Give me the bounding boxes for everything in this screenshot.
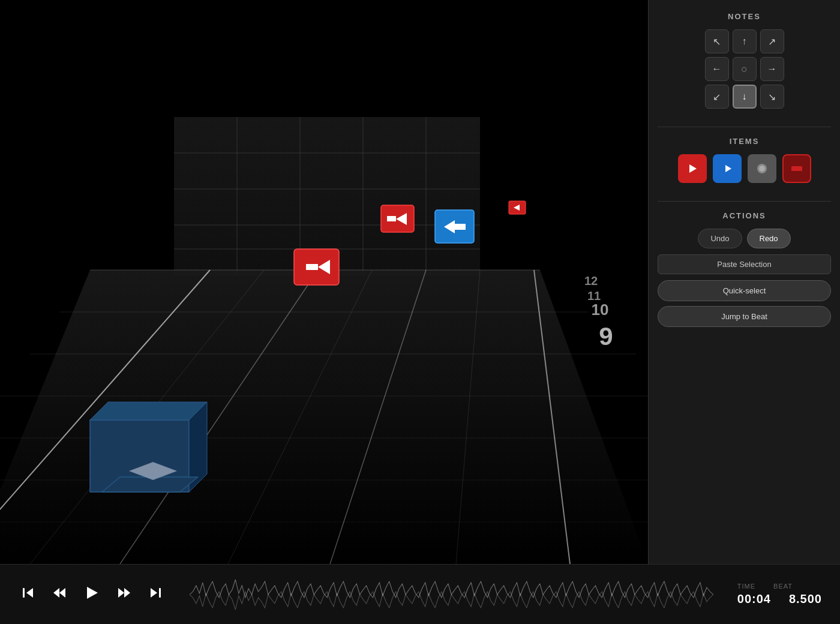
svg-marker-56 xyxy=(124,588,130,598)
item-btn-bomb[interactable] xyxy=(748,154,776,183)
svg-marker-9 xyxy=(0,270,648,564)
svg-marker-52 xyxy=(53,588,59,598)
svg-marker-38 xyxy=(396,213,407,225)
note-btn-top-right[interactable]: ↗ xyxy=(760,29,784,53)
svg-marker-46 xyxy=(725,165,731,172)
note-btn-mid-center[interactable]: ○ xyxy=(733,57,757,81)
svg-rect-34 xyxy=(294,249,339,285)
svg-rect-36 xyxy=(306,264,318,270)
svg-marker-43 xyxy=(444,220,455,233)
svg-line-17 xyxy=(0,270,210,564)
bottom-bar: // Inline waveform generation TIME BEAT … xyxy=(0,564,840,624)
waveform-svg: // Inline waveform generation xyxy=(190,577,713,613)
svg-marker-27 xyxy=(102,477,198,492)
items-section-title: ITEMS xyxy=(658,137,831,146)
item-btn-wall[interactable] xyxy=(782,154,811,183)
quick-select-button[interactable]: Quick-select xyxy=(658,280,831,301)
beat-value: 8.500 xyxy=(789,592,822,606)
divider-2 xyxy=(658,201,831,202)
paste-selection-button[interactable]: Paste Selection xyxy=(658,254,831,274)
svg-line-18 xyxy=(120,270,318,564)
note-btn-top-left[interactable]: ↖ xyxy=(705,29,729,53)
note-btn-mid-right[interactable]: → xyxy=(760,57,784,81)
scene-svg: 12 11 10 9 xyxy=(0,0,648,564)
svg-line-19 xyxy=(330,270,426,564)
notes-grid: ↖ ↑ ↗ ← ○ → ↙ ↓ ↘ xyxy=(658,29,831,109)
divider-1 xyxy=(658,127,831,127)
note-btn-bot-right[interactable]: ↘ xyxy=(760,85,784,109)
time-value: 00:04 xyxy=(737,592,771,606)
time-beat-labels: TIME BEAT xyxy=(737,583,822,590)
note-btn-bot-center[interactable]: ↓ xyxy=(733,85,757,109)
svg-rect-24 xyxy=(90,420,189,492)
svg-point-48 xyxy=(759,166,765,172)
svg-rect-33 xyxy=(294,249,339,285)
svg-rect-49 xyxy=(791,166,802,171)
svg-rect-57 xyxy=(159,588,161,598)
svg-marker-51 xyxy=(26,588,33,598)
svg-rect-40 xyxy=(509,201,526,214)
svg-text:11: 11 xyxy=(587,289,601,302)
svg-text:10: 10 xyxy=(592,301,609,319)
note-btn-top-center[interactable]: ↑ xyxy=(733,29,757,53)
scene-view: 12 11 10 9 xyxy=(0,0,648,564)
fast-forward-button[interactable] xyxy=(114,583,134,606)
svg-line-21 xyxy=(30,270,264,564)
undo-redo-row: Undo Redo xyxy=(658,229,831,248)
jump-to-beat-button[interactable]: Jump to Beat xyxy=(658,306,831,327)
skip-forward-button[interactable] xyxy=(145,583,166,606)
notes-section-title: NOTES xyxy=(658,12,831,21)
svg-marker-45 xyxy=(689,164,697,173)
note-btn-mid-left[interactable]: ← xyxy=(705,57,729,81)
waveform-display[interactable]: // Inline waveform generation xyxy=(190,577,713,613)
rewind-button[interactable] xyxy=(49,583,70,606)
items-row xyxy=(658,154,831,183)
svg-text:12: 12 xyxy=(584,274,598,287)
svg-text:9: 9 xyxy=(599,322,613,350)
svg-marker-41 xyxy=(514,205,520,211)
undo-button[interactable]: Undo xyxy=(698,229,742,248)
svg-line-20 xyxy=(534,270,570,564)
svg-rect-37 xyxy=(381,205,414,232)
redo-button[interactable]: Redo xyxy=(747,229,791,248)
svg-marker-53 xyxy=(59,588,65,598)
skip-back-button[interactable] xyxy=(18,583,38,606)
svg-marker-54 xyxy=(87,587,98,599)
time-beat-values: 00:04 8.500 xyxy=(737,592,822,606)
svg-marker-28 xyxy=(129,462,177,480)
svg-rect-42 xyxy=(435,210,474,243)
svg-rect-39 xyxy=(387,216,396,221)
svg-rect-50 xyxy=(23,588,25,598)
right-panel: NOTES ↖ ↑ ↗ ← ○ → ↙ ↓ ↘ ITEMS ACTIO xyxy=(648,0,840,564)
beat-label: BEAT xyxy=(773,583,793,590)
note-btn-bot-left[interactable]: ↙ xyxy=(705,85,729,109)
svg-marker-55 xyxy=(118,588,124,598)
svg-marker-35 xyxy=(318,260,330,274)
svg-rect-44 xyxy=(455,224,466,230)
svg-marker-25 xyxy=(90,402,207,420)
svg-line-22 xyxy=(228,270,372,564)
svg-marker-58 xyxy=(151,588,157,598)
actions-section-title: ACTIONS xyxy=(658,211,831,220)
item-btn-red[interactable] xyxy=(678,154,707,183)
svg-line-23 xyxy=(456,270,480,564)
time-label: TIME xyxy=(737,583,755,590)
svg-marker-26 xyxy=(189,402,207,492)
time-beat-display: TIME BEAT 00:04 8.500 xyxy=(719,583,840,606)
item-btn-blue[interactable] xyxy=(713,154,742,183)
play-button[interactable] xyxy=(80,581,103,607)
transport-controls xyxy=(0,581,184,607)
svg-marker-0 xyxy=(174,117,480,276)
